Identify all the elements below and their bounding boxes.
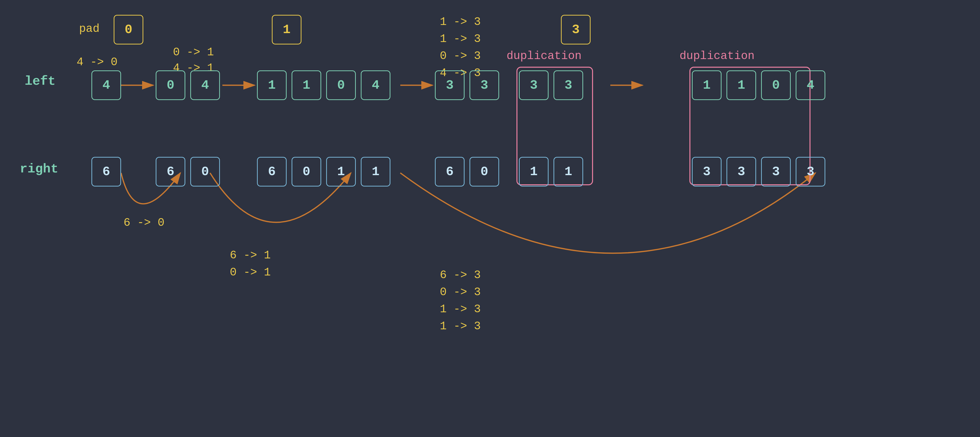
left-step4-cell2: 0 [761,70,791,100]
left-step1-cell1: 4 [190,70,220,100]
left-step2-cell0: 1 [257,70,286,100]
right-step3-cell0: 6 [435,157,465,186]
left-step0-cell0: 4 [91,70,121,100]
duplication-label-2: duplication [679,48,755,64]
left-step2-cell2: 0 [326,70,356,100]
left-step4-cell0: 1 [692,70,722,100]
right-label: right [20,162,58,176]
right-arrow2-label: 6 -> 1 0 -> 1 [230,247,271,281]
left-step3-cell2: 3 [519,70,549,100]
right-step4-cell1: 3 [727,157,756,186]
step3-top-cell: 3 [561,15,590,44]
right-step2-cell0: 6 [257,157,286,186]
right-step3-cell1: 0 [469,157,499,186]
pad-cell: 0 [114,15,143,44]
left-label: left [25,74,56,89]
right-arrow1-label: 6 -> 0 [124,215,165,231]
left-arrow1-label: 4 -> 0 [76,54,118,70]
left-step3-cell3: 3 [554,70,583,100]
right-step1-cell0: 6 [156,157,185,186]
step1-top-cell: 1 [272,15,301,44]
left-step2-cell3: 4 [361,70,390,100]
pad-label: pad [79,21,100,37]
right-step2-cell3: 1 [361,157,390,186]
right-step2-cell1: 0 [291,157,321,186]
left-step2-cell1: 1 [291,70,321,100]
right-step3-cell3: 1 [554,157,583,186]
right-step1-cell1: 0 [190,157,220,186]
right-step4-cell2: 3 [761,157,791,186]
left-step3-cell1: 3 [469,70,499,100]
right-step0-cell0: 6 [91,157,121,186]
right-step3-cell2: 1 [519,157,549,186]
left-step4-cell1: 1 [727,70,756,100]
left-step1-cell0: 0 [156,70,185,100]
right-step4-cell3: 3 [795,157,825,186]
right-step2-cell2: 1 [326,157,356,186]
left-step4-cell3: 4 [795,70,825,100]
diagram: left right pad 0 1 3 4 -> 0 0 -> 1 4 -> … [0,0,980,437]
right-step4-cell0: 3 [692,157,722,186]
left-step3-cell0: 3 [435,70,465,100]
duplication-label-1: duplication [507,48,582,64]
right-arrow3-label: 6 -> 3 0 -> 3 1 -> 3 1 -> 3 [440,267,481,335]
